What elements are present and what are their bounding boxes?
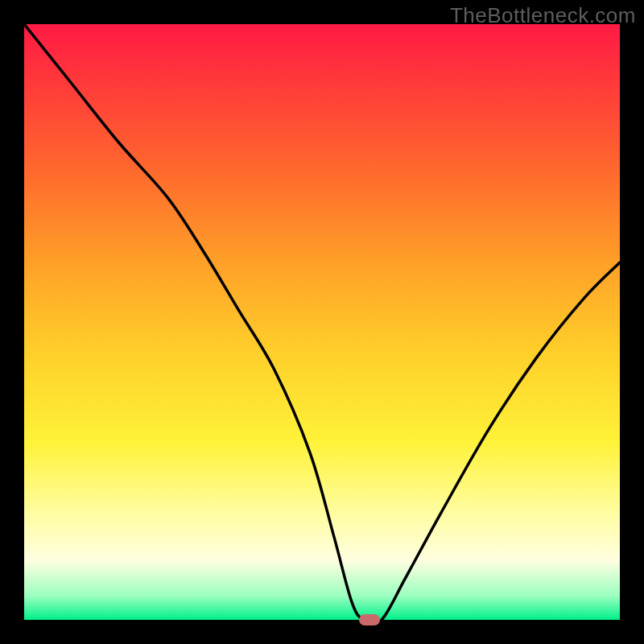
watermark-text: TheBottleneck.com	[450, 3, 636, 28]
bottleneck-curve	[24, 24, 620, 620]
optimal-point-marker	[359, 614, 380, 625]
plot-area	[24, 24, 620, 620]
chart-frame: TheBottleneck.com	[0, 0, 644, 644]
